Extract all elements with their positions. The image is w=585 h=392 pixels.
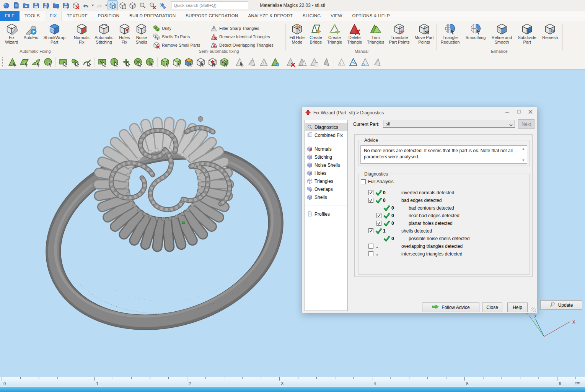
wizard-page-holes[interactable]: Holes [305,169,347,177]
dropdown-caret-icon[interactable] [104,1,108,10]
sharp-triangle-icon[interactable] [246,57,257,68]
mark-part-icon[interactable] [160,57,171,68]
ribbon-button-detect-overlapping-triangles[interactable]: Detect Overlapping Triangles [210,41,285,49]
ribbon-button-unify[interactable]: Unify [153,24,209,33]
tab-position[interactable]: POSITION [93,11,124,21]
freeform-selection-icon[interactable] [70,57,81,68]
import-part-icon[interactable] [51,1,61,10]
help-button[interactable]: Help [507,303,528,312]
tab-file[interactable]: FILE [0,11,20,21]
ribbon-button-shrinkwrap-part[interactable]: ShrinkWrap Part [43,23,66,45]
delete-marked-icon[interactable] [285,57,296,68]
settings-gears-icon[interactable] [158,1,167,10]
ribbon-button-translate-part-points[interactable]: Translate Part Points [388,23,411,45]
ribbon-button-holes-fix[interactable]: Holes Fix [118,23,131,45]
ribbon-button-remesh[interactable]: Remesh [541,23,559,40]
window-marking-icon[interactable] [97,57,108,68]
shade-marked-icon[interactable] [321,57,332,68]
propagate-marking-icon[interactable] [121,57,132,68]
plane-triangle-icon[interactable] [234,57,245,68]
tab-texture[interactable]: TEXTURE [62,11,93,21]
ribbon-button-shells-to-parts[interactable]: Shells To Parts [153,33,209,41]
full-analysis-checkbox[interactable] [361,179,366,184]
ribbon-button-trim-triangles[interactable]: Trim Triangles [366,23,385,45]
undo-icon[interactable] [81,1,91,10]
unmark-part-icon[interactable] [195,57,206,68]
magics-logo-icon[interactable] [2,1,11,10]
dialog-titlebar[interactable]: Fix Wizard (Part: stl) > Diagnostics [302,107,537,119]
mark-plane-icon[interactable] [19,57,30,68]
ribbon-button-move-part-points[interactable]: Move Part Points [414,23,434,45]
wizard-page-diagnostics[interactable]: Diagnostics [305,123,347,131]
overhang-triangle-icon[interactable] [270,57,281,68]
tab-tools[interactable]: TOOLS [20,11,45,21]
ribbon-button-create-triangle[interactable]: Create Triangle [326,23,343,45]
redo-icon[interactable] [95,1,104,10]
sector-marking-icon[interactable] [144,57,155,68]
follow-advice-button[interactable]: Follow Advice [422,303,479,312]
close-button[interactable]: Close [482,303,502,312]
new-file-icon[interactable] [11,1,21,10]
export-part-icon[interactable] [61,1,71,10]
view-part-icon[interactable] [128,1,137,10]
diagnostic-checkbox[interactable] [376,221,381,226]
mark-noise-icon[interactable] [219,57,230,68]
diagnostic-checkbox[interactable] [368,198,373,203]
tab-build-preparation[interactable]: BUILD PREPARATION [124,11,181,21]
viewport-3d[interactable]: Y Z X Fix Wizard (Part: stl) > Diagnosti… [0,70,585,392]
mark-triangle-icon[interactable] [7,57,18,68]
disc-marking-icon[interactable] [132,57,143,68]
minimize-button[interactable] [502,107,513,116]
wizard-page-overlaps[interactable]: Overlaps [305,185,347,193]
wizard-page-stitching[interactable]: Stitching [305,153,347,161]
point-triangle-icon[interactable] [360,57,371,68]
mark-curved-plane-icon[interactable] [31,57,42,68]
ribbon-button-create-bridge[interactable]: Create Bridge [309,23,323,45]
identical-triangle-icon[interactable] [258,57,269,68]
ribbon-button-automatic-stitching[interactable]: Automatic Stitching [94,23,114,45]
curve-selection-icon[interactable] [81,57,93,68]
open-file-icon[interactable] [21,1,31,10]
diagnostic-checkbox[interactable] [368,244,373,249]
wizard-page-noise-shells[interactable]: Noise Shells [305,161,347,169]
current-part-select[interactable]: stl [383,120,515,128]
ribbon-button-fix-wizard[interactable]: Fix Wizard [4,23,19,45]
wizard-page-shells[interactable]: Shells [305,193,347,201]
smooth-triangle-icon[interactable] [348,57,359,68]
toolbar-drag-handle[interactable] [2,57,5,67]
wizard-page-profiles[interactable]: Profiles [305,210,347,218]
ribbon-button-normals-fix[interactable]: Normals Fix [73,23,90,45]
invert-marked-icon[interactable] [297,57,308,68]
wizard-page-normals[interactable]: Normals [305,145,347,153]
save-as-icon[interactable] [41,1,51,10]
remove-part-icon[interactable] [71,1,81,10]
ribbon-button-remove-identical-triangles[interactable]: Remove Identical Triangles [210,33,285,41]
wizard-page-triangles[interactable]: Triangles [305,177,347,185]
next-button[interactable]: Next [518,119,534,129]
ribbon-button-subdivide-part[interactable]: Subdivide Part [517,23,537,45]
tab-options-help[interactable]: OPTIONS & HELP [347,11,395,21]
select-part-icon[interactable] [108,1,117,10]
ribbon-button-noise-shells[interactable]: Noise Shells [135,23,148,45]
maximize-button[interactable] [513,107,525,116]
mark-colored-part-icon[interactable] [183,57,194,68]
zoom-out-icon[interactable] [148,1,157,10]
scroll-up-icon[interactable]: ▲ [521,146,526,151]
ribbon-button-autofix[interactable]: AutoFix [23,23,39,40]
ribbon-button-triangle-reduction[interactable]: Triangle Reduction [440,23,461,45]
tab-view[interactable]: VIEW [326,11,347,21]
ribbon-button-smoothing[interactable]: Smoothing [465,23,487,40]
tab-fix[interactable]: FIX [45,11,62,21]
tab-slicing[interactable]: SLICING [298,11,326,21]
diagnostic-checkbox[interactable] [376,213,381,218]
save-icon[interactable] [31,1,41,10]
zoom-in-icon[interactable] [138,1,147,10]
ribbon-button-delete-triangle[interactable]: Delete Triangle [346,23,363,45]
copy-marked-icon[interactable] [309,57,320,68]
mark-collision-icon[interactable] [207,57,218,68]
ribbon-button-refine-and-smooth[interactable]: Refine and Smooth [491,23,513,45]
dropdown-caret-icon[interactable] [91,1,94,10]
update-button[interactable]: Update [540,300,582,310]
outline-triangle-icon[interactable] [336,57,347,68]
rectangle-selection-icon[interactable] [58,57,69,68]
